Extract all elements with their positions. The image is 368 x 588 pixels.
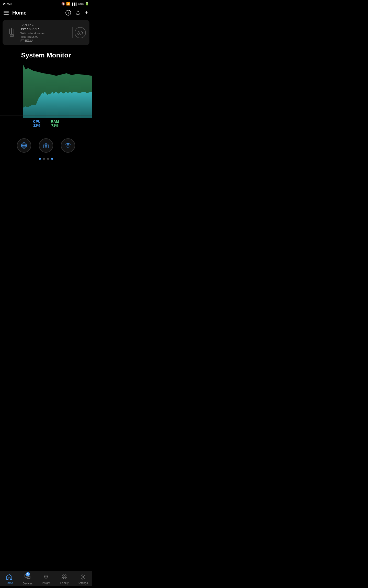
router-model: RT-BE92U [20,39,44,42]
lan-label: LAN IP [20,23,31,27]
ram-label: RAM [51,119,59,124]
svg-point-14 [46,146,46,147]
card-divider [72,27,73,38]
router-image [6,27,17,38]
chart-svg [0,62,92,118]
status-bar: 21:59 🔇 📶 ▐▐▐ 100% 🔋 [0,0,92,7]
top-nav-left: Home [4,10,27,16]
status-time: 21:59 [3,2,12,6]
page-title: System Monitor [0,47,92,62]
page-dot-3[interactable] [47,158,49,160]
router-info-section: LAN IP » 192.168.51.1 WiFi network name … [6,23,44,42]
top-nav: Home i + [0,7,92,18]
ram-label-item: RAM 71% [51,119,59,128]
main-content: System Monitor [0,47,92,197]
signal-icon: ▐▐▐ [71,3,76,5]
cpu-area [0,92,92,118]
menu-button[interactable] [4,11,9,15]
add-button[interactable]: + [85,9,88,16]
svg-rect-6 [9,29,10,34]
wifi-status-icon: 📶 [66,2,70,6]
mute-icon: 🔇 [61,2,65,6]
internet-shortcut[interactable] [17,138,31,153]
router-card[interactable]: LAN IP » 192.168.51.1 WiFi network name … [3,20,89,45]
battery-text: 100% [77,3,84,5]
svg-point-16 [68,147,68,148]
page-dot-2[interactable] [43,158,45,160]
router-ip: 192.168.51.1 [20,27,44,31]
nav-title: Home [12,10,27,16]
svg-rect-7 [14,29,14,34]
lan-ip-row: LAN IP » [20,23,44,27]
home-network-shortcut[interactable] [39,138,53,153]
page-dots [0,156,92,163]
page-dot-4[interactable] [51,158,53,160]
wifi-shortcut[interactable] [61,138,75,153]
shortcuts-row [0,131,92,156]
svg-text:i: i [68,11,68,15]
svg-point-2 [77,15,78,15]
system-monitor-chart: CPU 32% RAM 71% [0,62,92,131]
ram-value: 71% [51,124,59,128]
svg-point-8 [80,34,81,34]
page-dot-1[interactable] [39,158,41,160]
battery-icon: 🔋 [85,2,89,6]
speedometer-icon[interactable] [75,27,86,38]
cpu-value: 32% [33,124,40,128]
router-details: LAN IP » 192.168.51.1 WiFi network name … [20,23,44,42]
lan-arrow: » [32,23,33,27]
cpu-label: CPU [33,119,41,124]
bell-button[interactable] [75,10,81,16]
wifi-network-label: WiFi network name [20,32,44,35]
svg-rect-4 [10,35,13,36]
top-nav-right: i + [65,9,88,16]
svg-rect-5 [11,28,12,34]
router-card-right [72,27,86,38]
info-button[interactable]: i [65,10,71,16]
cpu-label-item: CPU 32% [33,119,41,128]
chart-labels: CPU 32% RAM 71% [0,118,92,129]
wifi-ssid: Test/Test 2.4G [20,35,44,38]
status-icons: 🔇 📶 ▐▐▐ 100% 🔋 [61,2,89,6]
